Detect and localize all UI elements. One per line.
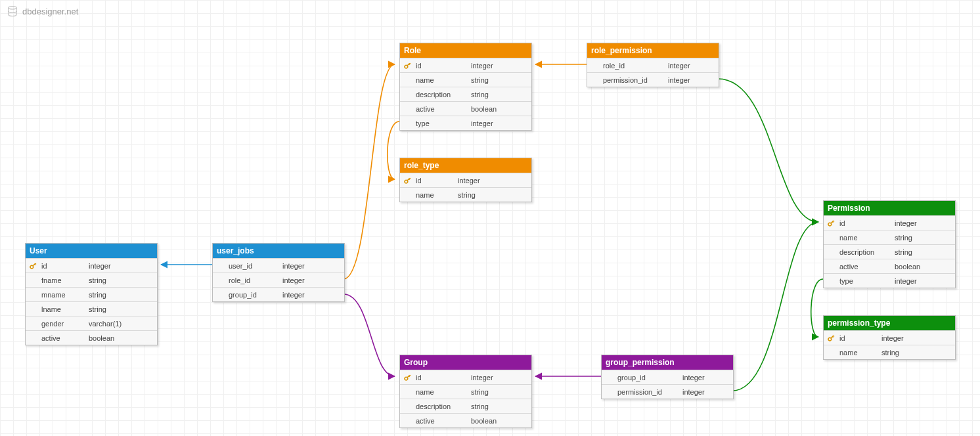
entity-header[interactable]: Permission <box>824 201 955 215</box>
field-name: lname <box>40 305 86 313</box>
entity-row[interactable]: role_idinteger <box>213 272 344 287</box>
field-name: id <box>414 374 468 381</box>
entity-row[interactable]: idinteger <box>26 258 157 272</box>
entity-row[interactable]: lnamestring <box>26 301 157 316</box>
field-type: string <box>468 91 531 98</box>
entity-group_permission[interactable]: group_permissiongroup_idintegerpermissio… <box>601 355 734 399</box>
entity-role_type[interactable]: role_typeidintegernamestring <box>399 158 532 202</box>
connector-permission-permission_type[interactable] <box>811 279 823 337</box>
entity-user[interactable]: Useridintegerfnamestringmnamestringlname… <box>25 243 158 345</box>
entity-header[interactable]: User <box>26 244 157 258</box>
entity-row[interactable]: permission_idinteger <box>602 384 733 399</box>
entity-row[interactable]: activeboolean <box>26 330 157 345</box>
entity-row[interactable]: descriptionstring <box>824 244 955 259</box>
entity-row[interactable]: activeboolean <box>400 413 531 427</box>
entity-row[interactable]: activeboolean <box>400 101 531 116</box>
field-name: group_id <box>616 374 680 381</box>
field-type: string <box>468 403 531 410</box>
entity-group[interactable]: Groupidintegernamestringdescriptionstrin… <box>399 355 532 428</box>
connector-user_jobs-role[interactable] <box>344 64 395 279</box>
field-type: string <box>86 291 157 299</box>
field-type: string <box>86 276 157 284</box>
database-icon <box>7 5 18 17</box>
field-type: boolean <box>892 263 955 271</box>
connector-role-role_type[interactable] <box>388 121 399 179</box>
field-name: gender <box>40 320 86 328</box>
field-name: fname <box>40 276 86 284</box>
entity-row[interactable]: user_idinteger <box>213 258 344 272</box>
field-type: integer <box>280 276 344 284</box>
field-type: integer <box>86 262 157 270</box>
field-type: string <box>879 349 955 357</box>
primary-key-icon <box>403 176 412 185</box>
pk-cell <box>400 61 414 70</box>
primary-key-icon <box>403 61 412 70</box>
entity-row[interactable]: descriptionstring <box>400 399 531 413</box>
entity-header[interactable]: role_type <box>400 158 531 173</box>
diagram-canvas[interactable]: dbdesigner.net Useridintegerfnamestringm… <box>0 0 980 436</box>
field-name: user_id <box>227 262 280 270</box>
entity-header[interactable]: permission_type <box>824 316 955 330</box>
entity-header[interactable]: Group <box>400 355 531 370</box>
entity-row[interactable]: idinteger <box>400 370 531 384</box>
entity-header[interactable]: role_permission <box>587 43 719 58</box>
entity-permission_type[interactable]: permission_typeidintegernamestring <box>823 315 956 360</box>
field-type: integer <box>879 334 955 342</box>
field-name: name <box>838 234 892 242</box>
entity-header[interactable]: group_permission <box>602 355 733 370</box>
field-type: boolean <box>468 105 531 113</box>
entity-role_permission[interactable]: role_permissionrole_idintegerpermission_… <box>587 43 719 87</box>
field-type: string <box>455 191 531 199</box>
connector-group_permission-permission[interactable] <box>732 222 818 391</box>
field-type: boolean <box>468 417 531 425</box>
entity-row[interactable]: idinteger <box>824 330 955 345</box>
field-name: mname <box>40 291 86 299</box>
pk-cell <box>824 219 838 228</box>
field-type: string <box>892 234 955 242</box>
entity-header[interactable]: Role <box>400 43 531 58</box>
field-type: string <box>468 388 531 396</box>
connector-role_permission-permission[interactable] <box>718 79 818 222</box>
entity-permission[interactable]: Permissionidintegernamestringdescription… <box>823 200 956 288</box>
entity-row[interactable]: idinteger <box>824 215 955 230</box>
svg-point-0 <box>9 7 16 10</box>
entity-row[interactable]: fnamestring <box>26 272 157 287</box>
field-name: active <box>414 417 468 425</box>
entity-row[interactable]: mnamestring <box>26 287 157 301</box>
entity-row[interactable]: namestring <box>400 72 531 87</box>
entity-row[interactable]: gendervarchar(1) <box>26 316 157 330</box>
entity-row[interactable]: idinteger <box>400 173 531 187</box>
field-type: integer <box>665 76 719 84</box>
field-type: integer <box>892 219 955 227</box>
watermark: dbdesigner.net <box>7 5 78 17</box>
entity-row[interactable]: namestring <box>400 384 531 399</box>
entity-row[interactable]: idinteger <box>400 58 531 72</box>
entity-row[interactable]: namestring <box>400 187 531 202</box>
field-name: active <box>40 334 86 342</box>
entity-user_jobs[interactable]: user_jobsuser_idintegerrole_idintegergro… <box>212 243 345 302</box>
entity-role[interactable]: Roleidintegernamestringdescriptionstring… <box>399 43 532 131</box>
entity-header[interactable]: user_jobs <box>213 244 344 258</box>
entity-row[interactable]: group_idinteger <box>602 370 733 384</box>
entity-row[interactable]: namestring <box>824 230 955 244</box>
field-name: permission_id <box>616 388 680 396</box>
primary-key-icon <box>826 334 835 343</box>
field-name: permission_id <box>602 76 665 84</box>
field-name: group_id <box>227 291 280 299</box>
entity-row[interactable]: group_idinteger <box>213 287 344 301</box>
field-name: role_id <box>602 62 665 70</box>
entity-row[interactable]: typeinteger <box>824 273 955 288</box>
entity-row[interactable]: typeinteger <box>400 116 531 130</box>
entity-row[interactable]: activeboolean <box>824 259 955 273</box>
field-name: id <box>40 262 86 270</box>
entity-row[interactable]: descriptionstring <box>400 87 531 101</box>
entity-row[interactable]: namestring <box>824 345 955 359</box>
primary-key-icon <box>403 373 412 382</box>
entity-row[interactable]: role_idinteger <box>587 58 719 72</box>
connector-user_jobs-group[interactable] <box>344 294 395 376</box>
primary-key-icon <box>28 261 37 271</box>
field-name: id <box>838 334 879 342</box>
field-type: integer <box>680 388 733 396</box>
entity-row[interactable]: permission_idinteger <box>587 72 719 87</box>
field-type: integer <box>468 62 531 70</box>
